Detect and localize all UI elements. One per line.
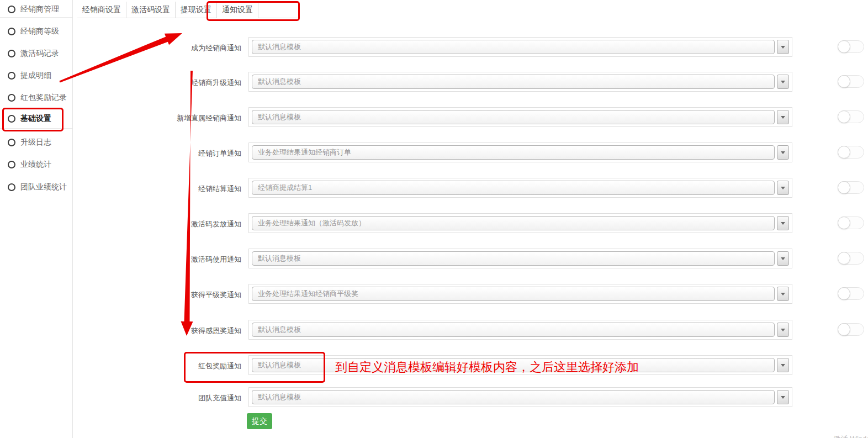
field-label: 成为经销商通知 [87, 43, 241, 53]
chevron-down-icon [781, 151, 785, 154]
form-row: 激活码使用通知 默认消息模板 [0, 249, 868, 268]
dropdown-container: 业务处理结果通知（激活码发放） [248, 213, 792, 233]
field-label: 红包奖励通知 [87, 361, 241, 371]
sidebar-item-0[interactable]: 经销商管理 [0, 2, 72, 17]
circle-icon [8, 28, 15, 35]
notify-toggle[interactable] [838, 40, 864, 53]
dropdown-container: 默认消息模板 [248, 387, 792, 407]
dropdown-container: 业务处理结果通知经销商订单 [248, 143, 792, 162]
notify-toggle[interactable] [838, 75, 864, 88]
dropdown-arrow-button[interactable] [777, 323, 789, 337]
field-label: 经销订单通知 [87, 149, 241, 159]
form-row: 经销订单通知 业务处理结果通知经销商订单 [0, 143, 868, 162]
notify-toggle[interactable] [838, 181, 864, 194]
chevron-down-icon [781, 222, 785, 225]
dropdown-container: 默认消息模板 [248, 320, 792, 340]
toggle-knob [838, 287, 850, 300]
chevron-down-icon [781, 257, 785, 260]
sidebar-item-label: 红包奖励记录 [20, 93, 67, 103]
field-label: 激活码发放通知 [87, 219, 241, 229]
dropdown-arrow-button[interactable] [777, 75, 789, 89]
notify-toggle[interactable] [838, 287, 864, 300]
chevron-down-icon [781, 396, 785, 399]
form-row: 经销商升级通知 默认消息模板 [0, 72, 868, 92]
dropdown-arrow-button[interactable] [777, 181, 789, 195]
sidebar-item-4[interactable]: 红包奖励记录 [0, 91, 72, 105]
dropdown-arrow-button[interactable] [777, 358, 789, 372]
dropdown-container: 经销商提成结算1 [248, 178, 792, 198]
submit-button[interactable]: 提交 [247, 413, 272, 429]
tab-2[interactable]: 提现设置 [176, 2, 217, 18]
dropdown-value: 默认消息模板 [252, 390, 774, 404]
form-row: 获得平级奖通知 业务处理结果通知经销商平级奖 [0, 284, 868, 304]
circle-icon [8, 94, 15, 102]
tab-0[interactable]: 经销商设置 [77, 2, 126, 18]
toggle-knob [838, 75, 850, 88]
field-label: 获得平级奖通知 [87, 290, 241, 300]
dropdown-arrow-button[interactable] [777, 287, 789, 301]
notify-toggle[interactable] [838, 252, 864, 265]
sidebar-separator [0, 128, 72, 129]
dropdown-arrow-button[interactable] [777, 110, 789, 124]
template-select[interactable]: 默认消息模板 [252, 323, 775, 337]
template-select[interactable]: 业务处理结果通知经销商平级奖 [252, 287, 775, 301]
dropdown-value: 业务处理结果通知经销商订单 [252, 146, 774, 159]
toggle-knob [838, 323, 850, 336]
dropdown-value: 默认消息模板 [252, 323, 774, 336]
sidebar-item-label: 经销商等级 [20, 27, 59, 36]
dropdown-arrow-button[interactable] [777, 216, 789, 230]
annotation-note: 到自定义消息模板编辑好模板内容，之后这里选择好添加 [335, 359, 639, 376]
tab-bar: 经销商设置 激活码设置 提现设置 通知设置 [77, 2, 298, 18]
chevron-down-icon [781, 293, 785, 295]
notify-toggle[interactable] [838, 217, 864, 229]
dropdown-value: 默认消息模板 [252, 75, 774, 88]
form-row: 成为经销商通知 默认消息模板 [0, 37, 868, 57]
dropdown-value: 默认消息模板 [252, 110, 774, 124]
chevron-down-icon [781, 116, 785, 119]
chevron-down-icon [781, 187, 785, 189]
toggle-knob [838, 146, 850, 159]
dropdown-container: 默认消息模板 [248, 72, 792, 92]
dropdown-container: 默认消息模板 [248, 249, 792, 268]
chevron-down-icon [781, 364, 785, 367]
dropdown-arrow-button[interactable] [777, 390, 789, 404]
template-select[interactable]: 默认消息模板 [252, 75, 775, 89]
tab-3[interactable]: 通知设置 [217, 2, 258, 18]
dropdown-value: 业务处理结果通知经销商平级奖 [252, 287, 774, 300]
field-label: 团队充值通知 [87, 393, 241, 403]
template-select[interactable]: 默认消息模板 [252, 251, 775, 266]
dropdown-arrow-button[interactable] [777, 40, 789, 54]
form-row: 团队充值通知 默认消息模板 [0, 387, 868, 407]
notify-toggle[interactable] [838, 323, 864, 336]
dropdown-container: 默认消息模板 [248, 107, 792, 127]
form-row: 新增直属经销商通知 默认消息模板 [0, 107, 868, 127]
dropdown-value: 默认消息模板 [252, 40, 774, 54]
sidebar-item-label: 经销商管理 [20, 4, 59, 14]
watermark-fragment: 激活 Windows [834, 434, 868, 438]
tab-1[interactable]: 激活码设置 [126, 2, 176, 18]
toggle-knob [838, 181, 850, 194]
template-select[interactable]: 默认消息模板 [252, 110, 775, 124]
notify-toggle[interactable] [838, 146, 864, 159]
template-select[interactable]: 业务处理结果通知（激活码发放） [252, 216, 775, 230]
toggle-knob [838, 110, 850, 123]
chevron-down-icon [781, 329, 785, 331]
chevron-down-icon [781, 81, 785, 83]
dropdown-arrow-button[interactable] [777, 251, 789, 266]
dropdown-arrow-button[interactable] [777, 145, 789, 160]
template-select[interactable]: 业务处理结果通知经销商订单 [252, 145, 775, 160]
template-select[interactable]: 默认消息模板 [252, 390, 775, 404]
field-label: 经销结算通知 [87, 184, 241, 194]
notify-toggle[interactable] [838, 110, 864, 123]
chevron-down-icon [781, 46, 785, 49]
dropdown-value: 默认消息模板 [252, 252, 774, 265]
toggle-knob [838, 40, 850, 53]
dropdown-value: 业务处理结果通知（激活码发放） [252, 217, 774, 230]
form-row: 获得感恩奖通知 默认消息模板 [0, 320, 868, 340]
dropdown-value: 经销商提成结算1 [252, 181, 774, 194]
template-select[interactable]: 默认消息模板 [252, 40, 775, 54]
toggle-knob [838, 252, 850, 265]
notification-settings-page: 经销商管理 经销商等级 激活码记录 提成明细 红包奖励记录 基础设置 升级日志 … [0, 0, 868, 438]
form-row: 激活码发放通知 业务处理结果通知（激活码发放） [0, 213, 868, 233]
template-select[interactable]: 经销商提成结算1 [252, 181, 775, 195]
